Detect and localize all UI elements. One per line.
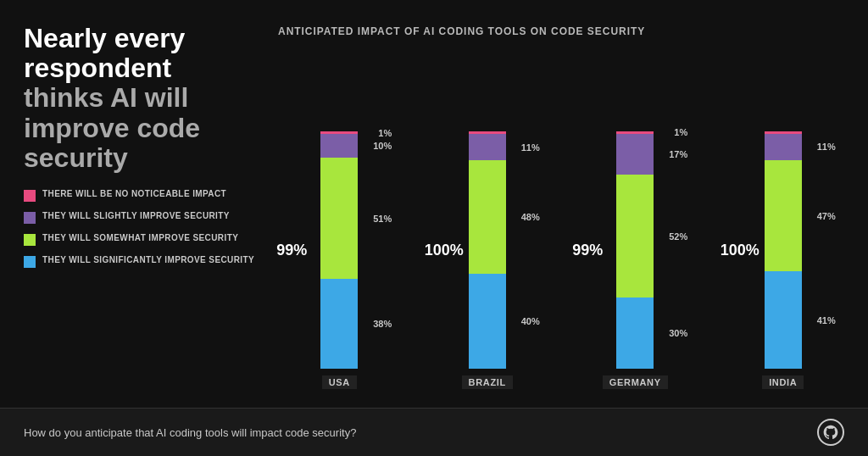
legend-text-no-impact: THERE WILL BE NO NOTICEABLE IMPACT — [42, 188, 226, 199]
bar-segment-germany-2: 17% — [616, 134, 654, 175]
bar-segment-usa-0: 38% — [320, 279, 358, 369]
bar-group-india: 100%41%47%11%INDIA — [722, 131, 845, 389]
bar-stack-brazil: 40%48%11% — [469, 131, 506, 369]
legend-text-significantly-improve: THEY WILL SIGNIFICANTLY IMPROVE SECURITY — [42, 254, 254, 265]
bar-label-brazil: BRAZIL — [462, 375, 513, 389]
bar-label-germany: GERMANY — [603, 375, 668, 389]
bar-total-usa: 99% — [276, 242, 307, 259]
bar-segment-brazil-1: 48% — [469, 160, 506, 274]
bar-segment-india-3 — [765, 131, 802, 134]
bar-segment-india-1: 47% — [765, 160, 802, 272]
legend-item-slightly-improve: THEY WILL SLIGHTLY IMPROVE SECURITY — [24, 210, 261, 224]
footer-question: How do you anticipate that AI coding too… — [24, 426, 356, 439]
segment-label-india-0: 41% — [817, 315, 836, 325]
bar-segment-germany-3: 1% — [616, 131, 654, 134]
github-icon — [817, 419, 844, 446]
footer: How do you anticipate that AI coding too… — [0, 408, 868, 456]
page-container: Nearly every respondent thinks AI will i… — [0, 0, 868, 456]
legend-color-no-impact — [24, 190, 36, 202]
bar-wrapper-germany: 99%30%52%17%1% — [616, 131, 654, 369]
bar-total-india: 100% — [721, 242, 760, 259]
bar-wrapper-usa: 99%38%51%10%1% — [320, 131, 358, 369]
segment-label-usa-2: 10% — [373, 141, 392, 151]
bar-group-usa: 99%38%51%10%1%USA — [278, 131, 401, 389]
legend-color-somewhat-improve — [24, 234, 36, 246]
bar-segment-brazil-3 — [469, 131, 506, 134]
legend-text-somewhat-improve: THEY WILL SOMEWHAT IMPROVE SECURITY — [42, 232, 238, 243]
segment-label-usa-0: 38% — [373, 319, 392, 329]
bar-total-brazil: 100% — [425, 242, 464, 259]
bar-label-usa: USA — [322, 375, 357, 389]
segment-label-brazil-2: 11% — [521, 142, 540, 153]
bar-segment-germany-1: 52% — [616, 175, 654, 298]
legend-color-slightly-improve — [24, 212, 36, 224]
legend-item-no-impact: THERE WILL BE NO NOTICEABLE IMPACT — [24, 188, 261, 202]
segment-label-germany-1: 52% — [669, 231, 687, 242]
bar-segment-brazil-2: 11% — [469, 134, 506, 160]
segment-label-usa-3: 1% — [378, 128, 392, 138]
segment-label-india-1: 47% — [817, 211, 836, 221]
segment-label-germany-0: 30% — [669, 328, 687, 338]
bar-group-germany: 99%30%52%17%1%GERMANY — [574, 131, 697, 389]
bar-stack-india: 41%47%11% — [765, 131, 802, 369]
chart-title: ANTICIPATED IMPACT OF AI CODING TOOLS ON… — [278, 24, 844, 39]
bar-segment-usa-1: 51% — [320, 158, 358, 279]
segment-label-brazil-0: 40% — [521, 316, 540, 326]
bar-segment-brazil-0: 40% — [469, 274, 506, 369]
segment-label-india-2: 11% — [817, 142, 836, 152]
segment-label-brazil-1: 48% — [521, 212, 540, 222]
bar-wrapper-brazil: 100%40%48%11% — [469, 131, 506, 369]
segment-label-germany-2: 17% — [669, 149, 687, 159]
bar-segment-germany-0: 30% — [616, 298, 654, 369]
bar-stack-usa: 38%51%10%1% — [320, 131, 358, 369]
legend-item-significantly-improve: THEY WILL SIGNIFICANTLY IMPROVE SECURITY — [24, 254, 261, 268]
headline: Nearly every respondent thinks AI will i… — [24, 24, 261, 173]
bar-segment-usa-3: 1% — [320, 131, 358, 134]
main-content: Nearly every respondent thinks AI will i… — [0, 0, 868, 408]
bar-label-india: INDIA — [762, 375, 804, 389]
bar-wrapper-india: 100%41%47%11% — [765, 131, 802, 369]
legend-color-significantly-improve — [24, 256, 36, 268]
legend-item-somewhat-improve: THEY WILL SOMEWHAT IMPROVE SECURITY — [24, 232, 261, 246]
segment-label-usa-1: 51% — [373, 214, 392, 224]
right-panel: ANTICIPATED IMPACT OF AI CODING TOOLS ON… — [278, 24, 844, 398]
legend-text-slightly-improve: THEY WILL SLIGHTLY IMPROVE SECURITY — [42, 210, 230, 221]
segment-label-germany-3: 1% — [674, 127, 687, 137]
bar-group-brazil: 100%40%48%11%BRAZIL — [426, 131, 549, 389]
bar-segment-usa-2: 10% — [320, 134, 358, 158]
bar-stack-germany: 30%52%17%1% — [616, 131, 654, 369]
left-panel: Nearly every respondent thinks AI will i… — [24, 24, 261, 398]
bar-segment-india-2: 11% — [765, 134, 802, 160]
chart-area: 99%38%51%10%1%USA100%40%48%11%BRAZIL99%3… — [278, 53, 844, 398]
legend: THERE WILL BE NO NOTICEABLE IMPACT THEY … — [24, 188, 261, 268]
bar-total-germany: 99% — [572, 242, 603, 259]
bar-segment-india-0: 41% — [765, 271, 802, 369]
